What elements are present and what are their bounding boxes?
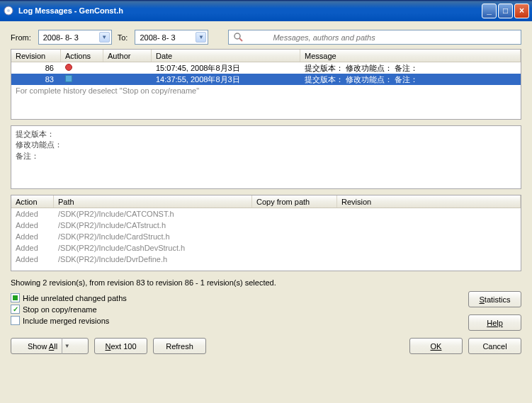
close-button[interactable]: × — [514, 4, 529, 18]
svg-point-1 — [7, 9, 10, 12]
status-text: Showing 2 revision(s), from revision 83 … — [11, 278, 521, 287]
col-actions[interactable]: Actions — [61, 50, 103, 62]
history-hint: For complete history deselect "Stop on c… — [11, 85, 521, 96]
titlebar: Log Messages - GenConst.h _ □ × — [0, 0, 532, 21]
checkbox-icon: ✓ — [11, 316, 20, 325]
maximize-button[interactable]: □ — [498, 4, 513, 18]
svg-point-2 — [234, 33, 240, 39]
paths-header: Action Path Copy from path Revision — [11, 195, 521, 208]
col-author[interactable]: Author — [103, 50, 152, 62]
ok-button[interactable]: OK — [409, 338, 463, 354]
to-date-value: 2008- 8- 3 — [140, 33, 196, 42]
detail-line: 提交版本： — [16, 129, 516, 140]
table-row[interactable]: Added/SDK(PR2)/Include/CardStruct.h — [11, 231, 521, 242]
search-icon — [233, 32, 244, 43]
revisions-header: Revision Actions Author Date Message — [11, 50, 521, 62]
include-merged-checkbox[interactable]: ✓Include merged revisions — [11, 316, 468, 325]
message-detail-pane[interactable]: 提交版本： 修改功能点： 备注： — [11, 125, 521, 189]
table-row[interactable]: 8615:07:45, 2008年8月3日提交版本： 修改功能点： 备注： — [11, 62, 521, 74]
from-label: From: — [11, 33, 31, 42]
col-revision[interactable]: Revision — [11, 50, 61, 62]
app-icon — [3, 5, 14, 16]
from-date-value: 2008- 8- 3 — [43, 33, 99, 42]
search-input[interactable] — [273, 33, 516, 42]
table-row[interactable]: Added/SDK(PR2)/Include/CATCONST.h — [11, 208, 521, 220]
next-100-button[interactable]: Next 100 — [94, 338, 147, 354]
col-path[interactable]: Path — [54, 195, 252, 208]
revisions-table: Revision Actions Author Date Message 861… — [11, 49, 521, 120]
table-row[interactable]: Added/SDK(PR2)/Include/DvrDefine.h — [11, 254, 521, 265]
minimize-button[interactable]: _ — [482, 4, 497, 18]
to-label: To: — [118, 33, 128, 42]
to-date-picker[interactable]: 2008- 8- 3 ▼ — [135, 30, 208, 45]
hide-unrelated-checkbox[interactable]: Hide unrelated changed paths — [11, 293, 468, 302]
window-title: Log Messages - GenConst.h — [18, 6, 123, 15]
table-row[interactable]: Added/SDK(PR2)/Include/CATstruct.h — [11, 220, 521, 231]
stop-on-copy-checkbox[interactable]: ✓Stop on copy/rename — [11, 305, 468, 314]
checkbox-icon — [11, 293, 20, 302]
filter-row: From: 2008- 8- 3 ▼ To: 2008- 8- 3 ▼ — [11, 30, 521, 45]
detail-line: 修改功能点： — [16, 140, 516, 150]
refresh-button[interactable]: Refresh — [153, 338, 206, 354]
col-action[interactable]: Action — [11, 195, 54, 208]
paths-table: Action Path Copy from path Revision Adde… — [11, 195, 521, 271]
statistics-button[interactable]: Statistics — [468, 291, 521, 307]
detail-line: 备注： — [16, 151, 516, 161]
options-group: Hide unrelated changed paths ✓Stop on co… — [11, 291, 468, 327]
col-message[interactable]: Message — [300, 50, 521, 62]
table-row[interactable]: Added/SDK(PR2)/Include/CashDevStruct.h — [11, 242, 521, 254]
chevron-down-icon: ▼ — [99, 32, 110, 42]
col-copyfrom[interactable]: Copy from path — [252, 195, 337, 208]
chevron-down-icon: ▼ — [62, 338, 72, 354]
col-date[interactable]: Date — [152, 50, 300, 62]
button-row: Show All▼ Next 100 Refresh OK Cancel — [11, 338, 521, 354]
svg-line-3 — [239, 38, 242, 41]
search-box[interactable] — [228, 30, 521, 45]
chevron-down-icon: ▼ — [196, 32, 206, 42]
cancel-button[interactable]: Cancel — [468, 338, 521, 354]
show-all-button[interactable]: Show All▼ — [11, 338, 89, 354]
from-date-picker[interactable]: 2008- 8- 3 ▼ — [38, 30, 112, 45]
help-button[interactable]: Help — [468, 314, 521, 331]
col-pathrev[interactable]: Revision — [337, 195, 521, 208]
checkbox-icon: ✓ — [11, 305, 20, 314]
table-row[interactable]: 8314:37:55, 2008年8月3日提交版本： 修改功能点： 备注： — [11, 74, 521, 85]
